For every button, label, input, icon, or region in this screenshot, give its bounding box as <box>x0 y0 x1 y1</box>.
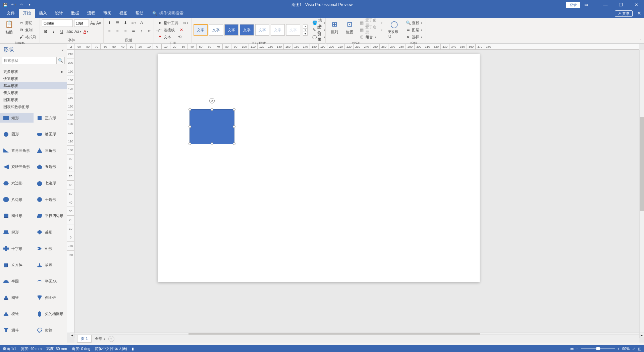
tab-开始[interactable]: 开始 <box>19 9 35 18</box>
shape-尖的椭圆形[interactable]: 尖的椭圆形 <box>34 309 67 319</box>
collapse-ribbon-icon[interactable]: ⌃ <box>639 39 642 43</box>
style-option-7[interactable]: 文字 <box>286 24 300 36</box>
format-painter-button[interactable]: 🖌格式刷 <box>17 34 38 40</box>
connector-tool-button[interactable]: ⤳连接线 ✕ <box>156 27 185 33</box>
pan-zoom-window-icon[interactable]: ◫ <box>638 347 641 351</box>
tell-me-search[interactable]: 🔍 操作说明搜索 <box>152 10 183 18</box>
decrease-indent-icon[interactable]: ⇤ <box>146 28 153 34</box>
rectangle-tool-icon[interactable]: ▭▾ <box>182 20 188 26</box>
redo-icon[interactable]: ↷ <box>18 1 25 8</box>
zoom-in-icon[interactable]: + <box>618 347 620 351</box>
shape-平行四边形[interactable]: 平行四边形 <box>34 211 67 221</box>
decrease-font-icon[interactable]: A▾ <box>96 21 101 26</box>
position-button[interactable]: ⊡位置 <box>343 19 357 35</box>
drawing-page[interactable]: ⟳ <box>158 54 480 282</box>
close-icon[interactable]: ✕ <box>629 0 644 9</box>
shape-倒圆锥[interactable]: 倒圆锥 <box>34 293 67 302</box>
search-shapes-input[interactable] <box>2 57 57 64</box>
shape-矩形[interactable]: 矩形 <box>0 113 34 123</box>
shape-五边形[interactable]: 五边形 <box>34 162 67 172</box>
category-图案形状[interactable]: 图案形状 <box>0 96 67 103</box>
align-top-icon[interactable]: ⬆ <box>106 19 113 26</box>
hscroll-left-icon[interactable]: ◀ <box>70 333 74 338</box>
effects-button[interactable]: ◯效果▾ <box>311 34 327 40</box>
resize-handle-ne[interactable] <box>233 108 235 111</box>
line-spacing-icon[interactable]: ↕ <box>138 28 145 34</box>
presentation-mode-icon[interactable]: ▭ <box>570 347 574 351</box>
collapse-pane-icon[interactable]: ‹ <box>62 48 63 52</box>
shape-半圆[interactable]: 半圆 <box>0 276 34 286</box>
undo-icon[interactable]: ↶▾ <box>10 1 17 8</box>
change-case-icon[interactable]: Aa▾ <box>74 28 82 35</box>
page-tab-1[interactable]: 页-1 <box>77 335 92 343</box>
category-快速形状[interactable]: 快速形状 <box>0 75 67 82</box>
category-图表和数学图形[interactable]: 图表和数学图形 <box>0 103 67 111</box>
style-option-1[interactable]: 文字 <box>194 24 208 36</box>
shape-直角三角形[interactable]: 直角三角形 <box>0 146 34 155</box>
vertical-scrollbar[interactable] <box>639 50 644 333</box>
tab-审阅[interactable]: 审阅 <box>99 9 115 18</box>
style-gallery[interactable]: 文字 文字 文字 文字 文字 文字 文字 ▴▾▾ <box>194 24 308 36</box>
tab-数据[interactable]: 数据 <box>67 9 83 18</box>
shape-立方体[interactable]: 立方体 <box>0 260 34 270</box>
style-option-2[interactable]: 文字 <box>209 24 223 36</box>
shape-圆柱形[interactable]: 圆柱形 <box>0 211 34 221</box>
style-option-5[interactable]: 文字 <box>255 24 269 36</box>
fit-page-icon[interactable]: ⤢ <box>632 347 635 351</box>
arrange-button[interactable]: ⊞排列 <box>328 19 341 35</box>
vertical-ruler[interactable]: 2102001901801701601501401301201101009080… <box>67 50 74 333</box>
minimize-icon[interactable]: — <box>598 0 613 9</box>
resize-handle-s[interactable] <box>211 142 213 145</box>
increase-font-icon[interactable]: A▴ <box>90 21 95 26</box>
rotation-handle-icon[interactable]: ⟳ <box>209 98 215 103</box>
style-option-4[interactable]: 文字 <box>240 24 254 36</box>
zoom-slider[interactable] <box>581 348 615 349</box>
font-color-icon[interactable]: A▾ <box>82 28 90 35</box>
resize-handle-nw[interactable] <box>189 108 191 111</box>
paste-button[interactable]: 📋 粘贴 <box>2 19 16 35</box>
change-shape-button[interactable]: ◯更改形状 <box>388 19 400 39</box>
add-page-button[interactable]: ＋ <box>108 336 114 342</box>
tab-插入[interactable]: 插入 <box>35 9 51 18</box>
restore-icon[interactable]: ❐ <box>613 0 629 9</box>
gallery-scroll[interactable]: ▴▾▾ <box>303 25 308 36</box>
align-middle-icon[interactable]: ☰ <box>114 19 121 26</box>
horizontal-ruler[interactable]: -90-80-70-60-50-40-30-20-100102030405060… <box>74 44 639 50</box>
style-option-3[interactable]: 文字 <box>224 24 238 36</box>
rotate-text-icon[interactable]: ⟲ <box>177 34 182 40</box>
shape-八边形[interactable]: 八边形 <box>0 195 34 204</box>
close-pane-icon[interactable]: ✕ <box>637 10 641 16</box>
align-justify-icon[interactable]: ≣ <box>130 28 137 34</box>
shape-三角形[interactable]: 三角形 <box>34 146 67 155</box>
share-button[interactable]: ↗共享 <box>615 10 633 17</box>
cut-button[interactable]: ✂剪切 <box>17 19 38 26</box>
ruler-corner[interactable]: ◢ <box>67 44 74 50</box>
zoom-level[interactable]: 90% <box>622 347 630 351</box>
bullets-icon[interactable]: ≡▾ <box>130 19 137 26</box>
layers-button[interactable]: ≣图层▾ <box>404 27 424 33</box>
zoom-knob[interactable] <box>596 347 600 350</box>
text-tool-button[interactable]: A文本 ⟲ <box>156 34 184 40</box>
shape-V 形[interactable]: V 形 <box>34 244 67 253</box>
shape-齿轮[interactable]: 齿轮 <box>34 325 67 335</box>
tab-设计[interactable]: 设计 <box>51 9 67 18</box>
shape-棱锥[interactable]: 棱锥 <box>0 309 34 319</box>
pointer-tool-button[interactable]: ➤指针工具 ▭▾ <box>156 19 189 26</box>
qat-more-icon[interactable]: ▾ <box>26 1 33 8</box>
shape-椭圆形[interactable]: 椭圆形 <box>34 130 67 139</box>
resize-handle-w[interactable] <box>189 125 191 128</box>
resize-handle-sw[interactable] <box>189 142 191 145</box>
shape-圆形[interactable]: 圆形 <box>0 130 34 139</box>
shape-放置[interactable]: 放置 <box>34 260 67 270</box>
macro-record-icon[interactable]: ▮ <box>132 347 134 351</box>
login-button[interactable]: 登录 <box>566 2 580 8</box>
save-icon[interactable]: 💾 <box>2 1 9 8</box>
italic-icon[interactable]: I <box>50 28 57 35</box>
tab-文件[interactable]: 文件 <box>3 9 19 18</box>
zoom-out-icon[interactable]: − <box>576 347 578 351</box>
category-箭头形状[interactable]: 箭头形状 <box>0 89 67 96</box>
shape-旋转三角形[interactable]: 旋转三角形 <box>0 162 34 172</box>
find-button[interactable]: 🔍查找▾ <box>404 19 424 26</box>
ribbon-display-icon[interactable]: ▭ <box>584 2 598 7</box>
font-size-input[interactable] <box>74 19 89 27</box>
